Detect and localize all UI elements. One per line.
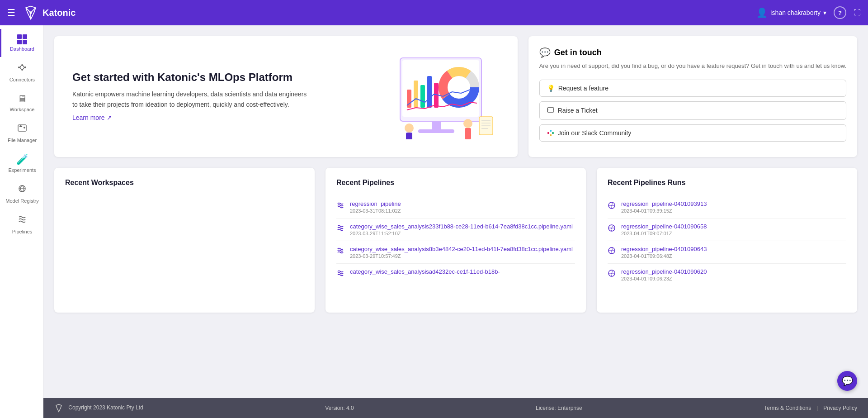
list-item[interactable]: category_wise_sales_analysisad4232ec-ce1… <box>336 264 575 284</box>
raise-ticket-button[interactable]: Raise a Ticket <box>539 101 846 120</box>
connectors-icon <box>17 62 27 75</box>
list-item[interactable]: regression_pipeline-0401090620 2023-04-0… <box>608 264 846 286</box>
run-date: 2023-04-01T09:06:23Z <box>621 276 707 281</box>
chat-bubble-icon: 💬 <box>842 375 853 386</box>
svg-point-4 <box>29 11 32 14</box>
svg-rect-35 <box>465 128 471 139</box>
pipeline-name: category_wise_sales_analysisad4232ec-ce1… <box>350 268 500 275</box>
svg-rect-44 <box>552 132 554 134</box>
sidebar-item-label: Dashboard <box>10 46 34 52</box>
run-date: 2023-04-01T09:39:15Z <box>621 208 707 214</box>
run-icon <box>608 224 616 234</box>
fullscreen-button[interactable]: ⛶ <box>854 9 861 17</box>
run-icon <box>608 269 616 279</box>
user-name: Ishan chakraborty <box>770 9 821 16</box>
lightbulb-icon: 💡 <box>547 85 555 92</box>
list-item[interactable]: regression_pipeline-0401090658 2023-04-0… <box>608 218 846 241</box>
logo-icon <box>23 5 39 21</box>
terms-conditions-link[interactable]: Terms & Conditions <box>764 405 811 411</box>
list-item[interactable]: regression_pipeline 2023-03-31T08:11:02Z <box>336 196 575 218</box>
main-content: Get started with Katonic's MLOps Platfor… <box>43 25 868 398</box>
hero-card: Get started with Katonic's MLOps Platfor… <box>54 36 518 157</box>
hero-text: Get started with Katonic's MLOps Platfor… <box>72 71 362 122</box>
sidebar-item-file-manager[interactable]: File Manager <box>0 118 43 148</box>
list-item[interactable]: category_wise_sales_analysis233f1b88-ce2… <box>336 218 575 241</box>
run-icon <box>608 247 616 256</box>
slack-community-button[interactable]: Join our Slack Community <box>539 124 846 142</box>
dashboard-icon <box>17 34 27 44</box>
get-in-touch-description: Are you in need of support, did you find… <box>539 62 846 71</box>
pipeline-icon <box>336 269 344 280</box>
footer: Copyright 2023 Katonic Pty Ltd Version: … <box>0 398 868 418</box>
recent-pipeline-runs-title: Recent Pipelines Runs <box>608 179 846 187</box>
sidebar-item-label: Experiments <box>8 167 36 173</box>
chat-fab-button[interactable]: 💬 <box>837 371 857 391</box>
run-info: regression_pipeline-0401090620 2023-04-0… <box>621 268 707 281</box>
user-menu[interactable]: 👤 Ishan chakraborty ▾ <box>756 7 826 18</box>
chat-icon: 💬 <box>539 47 551 58</box>
help-button[interactable]: ? <box>834 6 846 19</box>
svg-rect-21 <box>418 129 454 133</box>
list-item[interactable]: regression_pipeline-0401093913 2023-04-0… <box>608 196 846 218</box>
sidebar-item-experiments[interactable]: 🧪 Experiments <box>0 148 43 178</box>
list-item[interactable]: category_wise_sales_analysis8b3e4842-ce2… <box>336 241 575 264</box>
svg-rect-33 <box>406 133 412 139</box>
recent-workspaces-title: Recent Workspaces <box>65 179 304 187</box>
svg-point-6 <box>21 64 23 66</box>
sidebar-item-model-registry[interactable]: Model Registry <box>0 178 43 209</box>
pipelines-icon <box>17 214 27 227</box>
svg-point-34 <box>463 119 472 128</box>
app-name: Katonic <box>42 8 75 18</box>
bottom-cards-row: Recent Workspaces Recent Pipelines regre… <box>54 168 857 313</box>
svg-point-5 <box>18 66 20 68</box>
hero-title: Get started with Katonic's MLOps Platfor… <box>72 71 362 84</box>
pipeline-icon <box>336 201 344 212</box>
svg-point-7 <box>21 69 23 71</box>
recent-pipelines-title: Recent Pipelines <box>336 179 575 187</box>
pipeline-info: category_wise_sales_analysisad4232ec-ce1… <box>350 268 500 276</box>
run-date: 2023-04-01T09:07:01Z <box>621 231 707 236</box>
experiments-icon: 🧪 <box>16 154 28 166</box>
pipeline-name: regression_pipeline <box>350 200 401 207</box>
pipeline-date: 2023-03-31T08:11:02Z <box>350 208 401 214</box>
recent-workspaces-card: Recent Workspaces <box>54 168 315 313</box>
svg-rect-23 <box>414 81 418 108</box>
privacy-policy-link[interactable]: Privacy Policy <box>823 405 857 411</box>
hero-illustration <box>373 53 500 139</box>
run-info: regression_pipeline-0401093913 2023-04-0… <box>621 200 707 214</box>
sidebar: Dashboard Connectors 🖥 Workspace <box>0 25 43 418</box>
footer-version: Version: 4.0 <box>325 405 354 411</box>
svg-rect-45 <box>550 134 552 136</box>
hamburger-menu[interactable]: ☰ <box>7 7 15 18</box>
pipeline-info: category_wise_sales_analysis233f1b88-ce2… <box>350 223 573 236</box>
pipeline-name: category_wise_sales_analysis8b3e4842-ce2… <box>350 246 573 252</box>
svg-point-32 <box>405 124 414 133</box>
sidebar-item-label: Pipelines <box>12 229 33 234</box>
file-manager-icon <box>17 123 27 136</box>
learn-more-link[interactable]: Learn more ↗ <box>72 114 112 121</box>
sidebar-item-label: Model Registry <box>5 198 38 204</box>
footer-copyright: Copyright 2023 Katonic Pty Ltd <box>54 404 143 413</box>
list-item[interactable]: regression_pipeline-0401090643 2023-04-0… <box>608 241 846 264</box>
pipeline-icon <box>336 247 344 257</box>
pipeline-info: category_wise_sales_analysis8b3e4842-ce2… <box>350 246 573 259</box>
sidebar-item-connectors[interactable]: Connectors <box>0 57 43 88</box>
request-feature-button[interactable]: 💡 Request a feature <box>539 80 846 97</box>
run-info: regression_pipeline-0401090658 2023-04-0… <box>621 223 707 236</box>
user-avatar-icon: 👤 <box>756 7 768 18</box>
run-name: regression_pipeline-0401093913 <box>621 200 707 207</box>
sidebar-item-dashboard[interactable]: Dashboard <box>0 29 43 57</box>
sidebar-item-label: File Manager <box>8 138 37 143</box>
sidebar-item-pipelines[interactable]: Pipelines <box>0 209 43 240</box>
logo: Katonic <box>23 5 75 21</box>
top-navigation: ☰ Katonic 👤 Ishan chakraborty ▾ ? ⛶ <box>0 0 868 25</box>
run-date: 2023-04-01T09:06:48Z <box>621 253 707 259</box>
sidebar-item-workspace[interactable]: 🖥 Workspace <box>0 88 43 118</box>
slack-icon <box>547 129 554 137</box>
sidebar-item-label: Connectors <box>9 77 35 82</box>
svg-rect-42 <box>547 132 549 134</box>
workspace-icon: 🖥 <box>17 93 27 105</box>
get-in-touch-title: 💬 Get in touch <box>539 47 846 58</box>
svg-line-10 <box>20 67 21 69</box>
svg-rect-25 <box>427 76 432 108</box>
